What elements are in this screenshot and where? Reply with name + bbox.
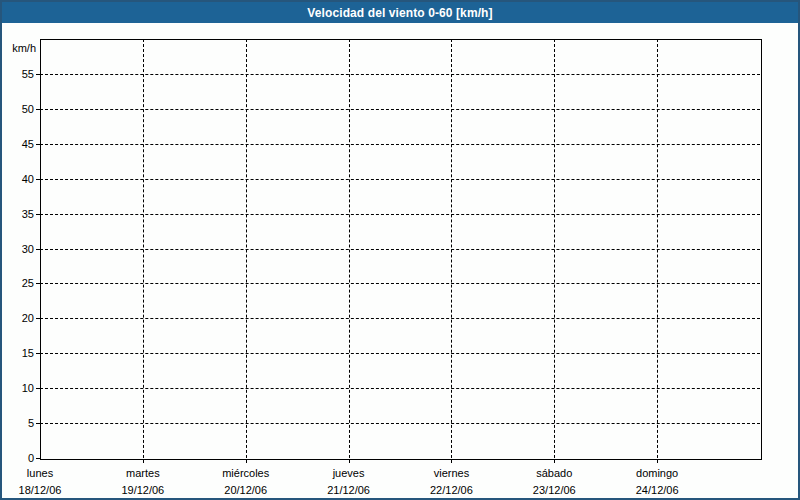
day-date: 19/12/06 <box>88 484 198 496</box>
y-tick-mark <box>36 144 41 145</box>
y-tick-label: 30 <box>2 243 34 256</box>
y-tick-label: 20 <box>2 312 34 325</box>
y-tick-label: 25 <box>2 277 34 290</box>
day-name: jueves <box>294 467 404 479</box>
y-tick-mark <box>36 74 41 75</box>
day-name: miércoles <box>191 467 301 479</box>
day-name: viernes <box>396 467 506 479</box>
wind-speed-chart-window: Velocidad del viento 0-60 [km/h] km/h 05… <box>0 0 800 500</box>
gridline-horizontal <box>40 283 760 284</box>
gridline-vertical <box>349 39 350 463</box>
chart-area: km/h 0510152025303540455055lunes18/12/06… <box>2 23 798 498</box>
gridline-horizontal <box>40 353 760 354</box>
y-tick-mark <box>36 249 41 250</box>
gridline-vertical <box>246 39 247 463</box>
day-name: sábado <box>499 467 609 479</box>
plot-area <box>40 39 762 460</box>
day-date: 24/12/06 <box>602 484 712 496</box>
x-axis-day-label: viernes22/12/06 <box>396 467 506 496</box>
y-tick-mark <box>36 179 41 180</box>
y-tick-label: 0 <box>2 452 34 465</box>
day-date: 22/12/06 <box>396 484 506 496</box>
chart-title-bar: Velocidad del viento 0-60 [km/h] <box>2 2 798 23</box>
gridline-horizontal <box>40 388 760 389</box>
gridline-horizontal <box>40 74 760 75</box>
y-tick-mark <box>36 283 41 284</box>
day-date: 21/12/06 <box>294 484 404 496</box>
y-tick-label: 50 <box>2 103 34 116</box>
y-tick-label: 5 <box>2 417 34 430</box>
x-axis-day-label: jueves21/12/06 <box>294 467 404 496</box>
x-axis-day-label: miércoles20/12/06 <box>191 467 301 496</box>
y-tick-label: 35 <box>2 208 34 221</box>
x-axis-day-label: martes19/12/06 <box>88 467 198 496</box>
gridline-horizontal <box>40 109 760 110</box>
gridline-horizontal <box>40 318 760 319</box>
y-tick-label: 55 <box>2 68 34 81</box>
gridline-vertical <box>451 39 452 463</box>
y-tick-mark <box>36 353 41 354</box>
y-tick-mark <box>36 214 41 215</box>
day-name: domingo <box>602 467 712 479</box>
gridline-horizontal <box>40 423 760 424</box>
gridline-vertical <box>554 39 555 463</box>
day-name: lunes <box>0 467 95 479</box>
x-axis-day-label: sábado23/12/06 <box>499 467 609 496</box>
x-axis-day-label: lunes18/12/06 <box>0 467 95 496</box>
y-tick-mark <box>36 388 41 389</box>
gridline-horizontal <box>40 144 760 145</box>
gridline-horizontal <box>40 249 760 250</box>
y-tick-mark <box>36 109 41 110</box>
gridline-horizontal <box>40 179 760 180</box>
day-date: 23/12/06 <box>499 484 609 496</box>
y-tick-mark <box>36 458 41 459</box>
y-tick-mark <box>36 318 41 319</box>
y-tick-label: 45 <box>2 138 34 151</box>
y-tick-label: 15 <box>2 347 34 360</box>
day-date: 20/12/06 <box>191 484 301 496</box>
gridline-vertical <box>143 39 144 463</box>
y-tick-label: 40 <box>2 173 34 186</box>
x-axis-day-label: domingo24/12/06 <box>602 467 712 496</box>
y-tick-label: 10 <box>2 382 34 395</box>
day-date: 18/12/06 <box>0 484 95 496</box>
gridline-vertical <box>657 39 658 463</box>
chart-title: Velocidad del viento 0-60 [km/h] <box>307 6 492 20</box>
y-axis-unit-label: km/h <box>2 42 36 54</box>
day-name: martes <box>88 467 198 479</box>
y-tick-mark <box>36 423 41 424</box>
gridline-horizontal <box>40 214 760 215</box>
